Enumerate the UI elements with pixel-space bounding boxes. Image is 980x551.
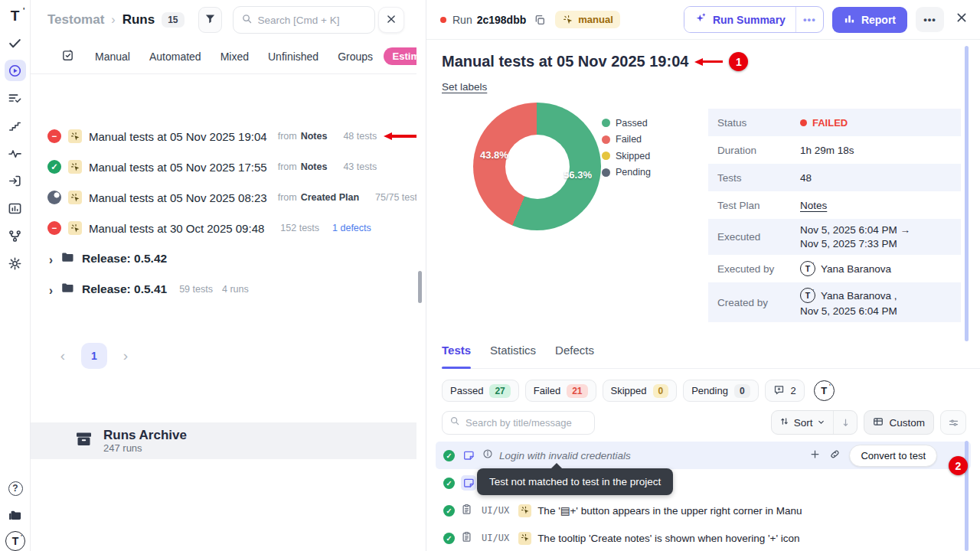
- detail-tab[interactable]: Tests: [442, 344, 471, 368]
- sidebar-item-steps[interactable]: [5, 115, 26, 136]
- info-label: Tests: [717, 172, 800, 184]
- view-settings-button[interactable]: [940, 410, 966, 435]
- sidebar-item-runs[interactable]: [5, 60, 26, 81]
- breadcrumb: Testomat › Runs 15: [47, 12, 185, 28]
- run-row[interactable]: Manual tests at 05 Nov 2025 17:55 fromNo…: [31, 152, 416, 182]
- failed-status-dot: [440, 17, 446, 23]
- chevron-down-icon: [817, 417, 825, 429]
- filter-button[interactable]: [198, 7, 222, 33]
- funnel-icon: [204, 13, 216, 27]
- testomat-logo[interactable]: T': [5, 6, 25, 26]
- chevron-right-icon[interactable]: ›: [49, 252, 53, 266]
- help-button[interactable]: ?: [5, 478, 26, 499]
- sidebar-item-activity[interactable]: [5, 142, 26, 164]
- run-row[interactable]: Manual tests at 05 Nov 2025 19:04 fromNo…: [31, 121, 416, 152]
- runs-filter-tab[interactable]: Groups: [338, 51, 373, 63]
- run-tests-count: 43 tests: [343, 161, 377, 172]
- close-detail-button[interactable]: [956, 11, 968, 28]
- legend-dot: [602, 152, 610, 160]
- info-value: T' FAILED: [800, 112, 848, 134]
- run-row-title: Manual tests at 30 Oct 2025 09:48: [89, 222, 264, 235]
- info-value: T' Yana Baranova: [800, 256, 891, 282]
- runs-filter-tab[interactable]: Manual: [95, 51, 130, 63]
- detail-scrollbar-bottom[interactable]: [965, 441, 969, 551]
- legend-label: Failed: [616, 134, 642, 145]
- pagination: ‹ 1 ›: [54, 343, 135, 369]
- sidebar-item-import[interactable]: [5, 170, 26, 191]
- run-summary-button[interactable]: Run Summary: [684, 7, 795, 32]
- sidebar-item-reports[interactable]: [5, 197, 26, 219]
- manual-cursor-icon: [562, 14, 573, 25]
- set-labels-link[interactable]: Set labels: [442, 81, 487, 93]
- runs-filter-tab[interactable]: Automated: [149, 51, 201, 63]
- breadcrumb-project[interactable]: Testomat: [47, 12, 104, 28]
- release-title: Release: 0.5.41: [82, 282, 167, 296]
- test-title: The tooltip 'Create notes' is shown when…: [537, 533, 799, 544]
- run-title-row: Manual tests at 05 Nov 2025 19:04 1: [442, 52, 748, 71]
- annotation-arrow-1: [694, 58, 723, 66]
- info-row: Status T' FAILED: [708, 109, 961, 136]
- clipboard-icon: [461, 504, 472, 518]
- current-page[interactable]: 1: [81, 343, 107, 369]
- sidebar-item-branches[interactable]: [5, 225, 26, 246]
- next-page-button[interactable]: ›: [116, 347, 135, 364]
- status-filter-chip[interactable]: Skipped 0: [603, 380, 678, 402]
- detail-tab[interactable]: Statistics: [490, 344, 536, 368]
- info-value: T' 1h 29m 18s: [800, 139, 854, 161]
- sidebar-item-plans[interactable]: [5, 87, 26, 109]
- link-icon[interactable]: [829, 448, 841, 463]
- release-folder-row[interactable]: › Release: 0.5.42: [31, 243, 416, 274]
- sort-button[interactable]: Sort: [772, 411, 834, 434]
- run-summary-split-button: Run Summary •••: [684, 6, 824, 33]
- detail-scrollbar-top[interactable]: [965, 46, 969, 341]
- copy-run-id-button[interactable]: [534, 14, 546, 26]
- note-icon: [461, 475, 476, 491]
- run-tests-count: 152 tests: [280, 223, 319, 233]
- list-check-icon: [8, 91, 22, 106]
- run-defects-link[interactable]: 1 defects: [332, 223, 371, 233]
- comments-filter-chip[interactable]: 2: [765, 380, 805, 402]
- info-row: Executed T' Nov 5, 2025 6:04 PM → Nov 5,…: [708, 219, 961, 255]
- run-summary-more-button[interactable]: •••: [795, 7, 823, 32]
- custom-columns-button[interactable]: Custom: [864, 410, 934, 435]
- runs-filter-tab[interactable]: Mixed: [220, 51, 249, 63]
- panel-scrollbar[interactable]: [418, 271, 422, 303]
- test-row[interactable]: Login with invalid credentials Convert t…: [436, 442, 971, 469]
- runs-filter-tab[interactable]: Unfinished: [268, 51, 318, 63]
- status-filter-chip[interactable]: Passed 27: [442, 380, 519, 402]
- manual-run-icon: [68, 221, 82, 235]
- status-filter-chip[interactable]: Failed 21: [525, 380, 596, 402]
- sidebar-item-settings[interactable]: [5, 253, 26, 274]
- test-row[interactable]: UI/UX The tooltip 'Create notes' is show…: [436, 524, 971, 551]
- run-row[interactable]: Manual tests at 05 Nov 2025 08:23 fromCr…: [31, 182, 416, 213]
- select-runs-icon[interactable]: [61, 49, 74, 65]
- user-avatar[interactable]: T': [5, 531, 25, 551]
- archive-title: Runs Archive: [103, 428, 187, 443]
- legend-dot: [602, 168, 610, 177]
- test-row[interactable]: UI/UX The '▤+' button appears in the upp…: [436, 497, 971, 524]
- estimate-badge[interactable]: Estim: [384, 47, 416, 65]
- status-filter-chip[interactable]: Pending 0: [683, 380, 758, 402]
- more-actions-button[interactable]: •••: [916, 7, 944, 32]
- release-folder-row[interactable]: › Release: 0.5.41 59 tests4 runs: [31, 274, 416, 305]
- manual-run-icon: [68, 129, 82, 143]
- tests-search-input[interactable]: [466, 417, 586, 429]
- panel-close-button[interactable]: [378, 7, 404, 33]
- runs-filter-tabs: Estim Manual Automated Mixed Unfinished …: [31, 40, 416, 74]
- run-row[interactable]: Manual tests at 30 Oct 2025 09:48 152 te…: [31, 213, 416, 243]
- detail-tab[interactable]: Defects: [555, 344, 594, 368]
- search-input[interactable]: [258, 15, 365, 26]
- add-icon[interactable]: [809, 448, 821, 463]
- info-label: Created by: [717, 297, 800, 308]
- info-label: Executed by: [717, 263, 800, 275]
- sort-direction-button[interactable]: [833, 411, 857, 434]
- chevron-right-icon[interactable]: ›: [49, 282, 53, 297]
- docs-button[interactable]: [5, 505, 26, 527]
- prev-page-button[interactable]: ‹: [54, 347, 72, 364]
- passed-check-icon: [443, 478, 455, 489]
- report-button[interactable]: Report: [832, 7, 907, 33]
- assignee-avatar-filter[interactable]: T': [814, 380, 835, 401]
- convert-to-test-button[interactable]: Convert to test: [849, 445, 937, 467]
- sidebar-item-tests[interactable]: [5, 32, 26, 54]
- runs-archive[interactable]: Runs Archive 247 runs: [31, 422, 416, 459]
